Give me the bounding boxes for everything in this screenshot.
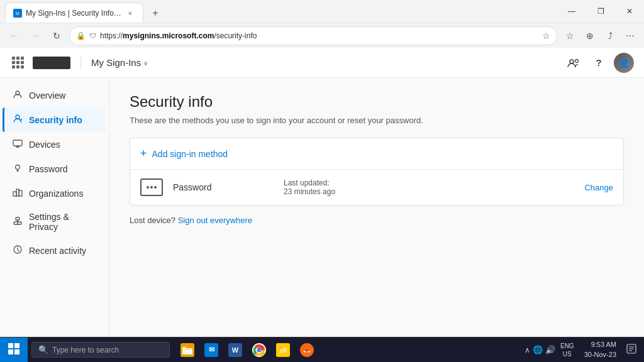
- svg-point-7: [16, 165, 20, 170]
- dot-1: [147, 186, 149, 189]
- taskbar: 🔍 Type here to search ✉ W 📁: [0, 337, 644, 362]
- tab-title: My Sign-Ins | Security Info | Mi...: [26, 9, 121, 18]
- app-grid-button[interactable]: [10, 55, 25, 70]
- change-password-button[interactable]: Change: [584, 183, 613, 192]
- app-logo-area: [33, 57, 81, 69]
- address-text: https://mysignins.microsoft.com/security…: [100, 31, 538, 40]
- svg-rect-17: [14, 349, 19, 354]
- language-indicator[interactable]: ENG US: [558, 342, 577, 358]
- taskbar-app-outlook[interactable]: ✉: [200, 339, 223, 361]
- network-icon[interactable]: 🌐: [533, 345, 543, 354]
- sidebar-item-overview-label: Overview: [29, 90, 65, 101]
- taskbar-app-word[interactable]: W: [224, 339, 247, 361]
- maximize-button[interactable]: ❐: [586, 0, 615, 23]
- lost-device-text: Lost device?: [130, 216, 175, 225]
- help-button[interactable]: ?: [589, 53, 609, 73]
- new-tab-button[interactable]: +: [146, 4, 165, 23]
- svg-rect-15: [14, 343, 19, 348]
- sidebar-item-overview[interactable]: Overview: [3, 83, 106, 107]
- sidebar-item-password-label: Password: [29, 164, 67, 174]
- sidebar-item-password[interactable]: Password: [3, 156, 106, 181]
- taskbar-app-firefox[interactable]: 🦊: [296, 339, 318, 361]
- volume-icon[interactable]: 🔊: [545, 345, 555, 354]
- svg-point-3: [575, 59, 579, 62]
- minimize-button[interactable]: —: [557, 0, 586, 23]
- share-button[interactable]: ⤴: [601, 27, 619, 45]
- app-name-button[interactable]: My Sign-Ins ∨: [91, 57, 148, 68]
- notification-center-button[interactable]: [624, 344, 639, 356]
- taskbar-time-display: 9:53 AM: [584, 340, 616, 349]
- sidebar-item-recent-activity[interactable]: Recent activity: [3, 238, 106, 263]
- browser-title-bar: M My Sign-Ins | Security Info | Mi... × …: [0, 0, 644, 23]
- dot-2: [150, 186, 153, 189]
- sharing-icon-button[interactable]: [564, 53, 584, 73]
- svg-rect-6: [13, 140, 22, 146]
- svg-rect-8: [13, 192, 16, 196]
- outlook-icon: ✉: [204, 343, 218, 357]
- svg-rect-11: [16, 217, 19, 220]
- address-domain: mysignins.microsoft.com: [123, 31, 214, 40]
- sidebar-item-settings-privacy-label: Settings & Privacy: [29, 212, 96, 232]
- tab-area: M My Sign-Ins | Security Info | Mi... × …: [0, 0, 557, 23]
- sidebar-item-security-info[interactable]: Security info: [3, 107, 106, 132]
- system-tray-icons: ∧ 🌐 🔊: [525, 345, 555, 354]
- word-icon: W: [228, 343, 242, 357]
- back-button[interactable]: ←: [5, 27, 23, 45]
- file-explorer-icon: [180, 343, 194, 357]
- browser-menu-button[interactable]: ⋯: [621, 27, 639, 45]
- nav-right-buttons: ☆ ⊕ ⤴ ⋯: [561, 27, 639, 45]
- window-controls: — ❐ ✕: [557, 0, 644, 23]
- favorites-button[interactable]: ☆: [561, 27, 579, 45]
- waffle-icon: [12, 57, 24, 69]
- files-icon: 📁: [276, 343, 290, 357]
- address-path: /security-info: [214, 31, 257, 40]
- lock-icon: 🔒: [76, 31, 86, 40]
- people-icon: [567, 57, 580, 69]
- add-sign-in-method-row[interactable]: + Add sign-in method: [130, 138, 623, 170]
- shield-icon: 🛡: [89, 32, 96, 40]
- tray-expand-icon[interactable]: ∧: [525, 346, 530, 354]
- refresh-button[interactable]: ↻: [48, 27, 65, 45]
- password-icon: [13, 163, 23, 175]
- forward-button[interactable]: →: [26, 27, 44, 45]
- tab-close-button[interactable]: ×: [125, 8, 135, 18]
- password-method-row: Password Last updated: 23 minutes ago Ch…: [130, 170, 623, 205]
- address-bar[interactable]: 🔒 🛡 https://mysignins.microsoft.com/secu…: [69, 26, 557, 45]
- taskbar-app-file-explorer[interactable]: [176, 339, 199, 361]
- active-tab[interactable]: M My Sign-Ins | Security Info | Mi... ×: [5, 3, 143, 23]
- taskbar-search-icon: 🔍: [38, 345, 48, 354]
- header-right: ? 👤: [564, 53, 634, 73]
- svg-text:M: M: [16, 11, 19, 16]
- add-sign-in-method-label: Add sign-in method: [152, 149, 228, 159]
- close-button[interactable]: ✕: [615, 0, 644, 23]
- settings-privacy-icon: [13, 216, 23, 228]
- sidebar-item-organizations[interactable]: Organizations: [3, 181, 106, 206]
- user-avatar[interactable]: 👤: [614, 53, 634, 73]
- app-header: My Sign-Ins ∨ ? 👤: [0, 48, 644, 78]
- taskbar-search-text: Type here to search: [52, 346, 119, 354]
- start-button[interactable]: [0, 337, 28, 363]
- password-method-name: Password: [173, 182, 236, 192]
- taskbar-app-files[interactable]: 📁: [272, 339, 294, 361]
- security-info-icon: [13, 114, 23, 126]
- change-link[interactable]: Change: [584, 183, 613, 192]
- taskbar-date-display: 30-Nov-23: [584, 350, 616, 359]
- nav-bar: ← → ↻ 🔒 🛡 https://mysignins.microsoft.co…: [0, 23, 644, 48]
- sidebar-item-settings-privacy[interactable]: Settings & Privacy: [3, 206, 106, 238]
- content-area: Security info These are the methods you …: [109, 78, 644, 337]
- sign-out-everywhere-link[interactable]: Sign out everywhere: [178, 216, 253, 225]
- tab-favicon: M: [13, 9, 22, 18]
- sidebar-item-recent-activity-label: Recent activity: [29, 246, 86, 256]
- svg-rect-19: [182, 347, 186, 349]
- taskbar-app-chrome[interactable]: [248, 339, 270, 361]
- windows-icon: [8, 343, 19, 357]
- favorite-icon[interactable]: ☆: [542, 31, 550, 41]
- devices-icon: [13, 138, 23, 150]
- taskbar-clock[interactable]: 9:53 AM 30-Nov-23: [579, 340, 621, 359]
- taskbar-search-box[interactable]: 🔍 Type here to search: [31, 342, 170, 358]
- language-code: ENG US: [560, 342, 574, 358]
- svg-rect-14: [8, 343, 13, 348]
- svg-point-2: [570, 60, 574, 63]
- sidebar-item-devices[interactable]: Devices: [3, 132, 106, 156]
- collections-button[interactable]: ⊕: [581, 27, 599, 45]
